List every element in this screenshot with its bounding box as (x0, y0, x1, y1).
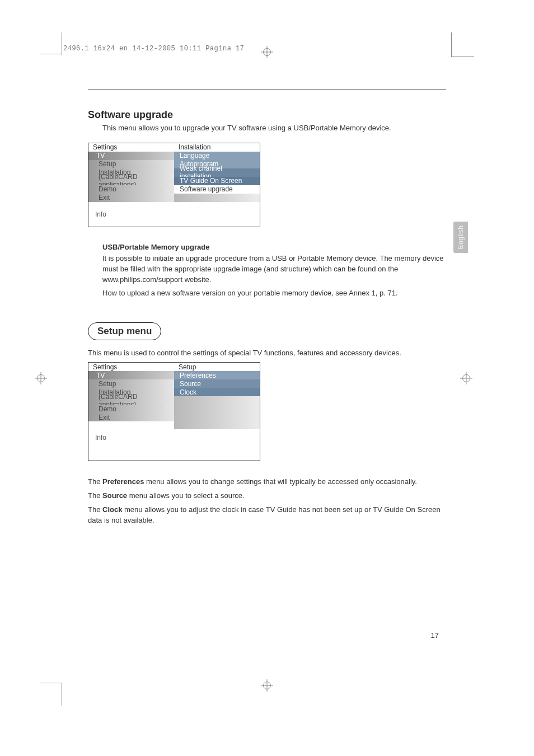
menu-spacer (88, 446, 174, 461)
settings-menu-setup: Settings Setup TVPreferences SetupSource… (88, 362, 260, 461)
menu-header-right: Setup (174, 363, 260, 371)
running-header: 2496.1 16x24 en 14-12-2005 10:11 Pagina … (63, 45, 244, 53)
menu-header-right: Installation (174, 143, 260, 152)
section-lead: This menu is used to control the setting… (88, 348, 446, 359)
menu-item-setup: Setup (88, 160, 174, 168)
menu-item-setup: Setup (88, 379, 174, 388)
menu-blank (174, 396, 260, 405)
menu-spacer (88, 421, 174, 429)
section-title-setup-menu: Setup menu (88, 322, 161, 340)
menu-blank (174, 413, 260, 421)
body-paragraph: It is possible to initiate an upgrade pr… (102, 253, 446, 285)
body-paragraph: The Preferences menu allows you to chang… (88, 477, 446, 487)
text-run: menu allows you to change settings that … (144, 477, 417, 486)
menu-blank (174, 194, 260, 202)
text-run: The (88, 491, 102, 500)
registration-mark-bottom (261, 679, 273, 692)
menu-item-tv: TV (88, 152, 174, 160)
menu-header-left: Settings (88, 363, 174, 371)
crop-mark (40, 54, 63, 54)
menu-item-weak-channel: Weak channel installation (174, 168, 260, 177)
text-run: The (88, 505, 102, 514)
term-clock: Clock (102, 505, 122, 514)
menu-info-blank (174, 202, 260, 227)
menu-item-clock: Clock (174, 388, 260, 396)
text-run: The (88, 477, 102, 486)
menu-item-demo: Demo (88, 405, 174, 413)
crop-mark (62, 32, 62, 55)
crop-mark (452, 57, 474, 57)
body-paragraph: How to upload a new software version on … (102, 288, 446, 299)
menu-info: Info (88, 202, 174, 227)
term-source: Source (102, 491, 127, 500)
menu-item-language: Language (174, 152, 260, 160)
subheading-usb-upgrade: USB/Portable Memory upgrade (102, 243, 446, 251)
text-run: menu allows you to select a source. (127, 491, 245, 500)
section-lead: This menu allows you to upgrade your TV … (102, 123, 446, 134)
crop-mark (451, 32, 452, 57)
text-run: menu allows you to adjust the clock in c… (88, 505, 441, 524)
language-tab-label: English (457, 226, 465, 250)
menu-info-blank (174, 429, 260, 446)
menu-item-cablecard: (CableCARD applications) (88, 396, 174, 405)
crop-mark (62, 683, 62, 706)
menu-item-tv-guide: TV Guide On Screen (174, 177, 260, 185)
section-title-software-upgrade: Software upgrade (88, 109, 446, 121)
term-preferences: Preferences (102, 477, 144, 486)
language-tab: English (453, 222, 468, 253)
settings-menu-installation: Settings Installation TVLanguage SetupAu… (88, 143, 260, 227)
menu-header-left: Settings (88, 143, 174, 152)
menu-item-preferences: Preferences (174, 371, 260, 379)
menu-item-software-upgrade: Software upgrade (174, 185, 260, 194)
menu-item-source: Source (174, 379, 260, 388)
menu-item-cablecard: (CableCARD applications) (88, 177, 174, 185)
registration-mark-top (261, 46, 273, 58)
menu-spacer (174, 446, 260, 461)
body-paragraph: The Clock menu allows you to adjust the … (88, 505, 446, 526)
menu-item-demo: Demo (88, 185, 174, 194)
menu-blank (174, 405, 260, 413)
menu-item-tv: TV (88, 371, 174, 379)
crop-mark (40, 683, 63, 683)
top-rule (88, 90, 446, 90)
registration-mark-right (460, 372, 472, 384)
registration-mark-left (35, 372, 47, 384)
menu-blank (174, 421, 260, 429)
body-paragraph: The Source menu allows you to select a s… (88, 491, 446, 501)
page-number: 17 (431, 631, 439, 640)
menu-item-exit: Exit (88, 194, 174, 202)
menu-item-exit: Exit (88, 413, 174, 421)
menu-info: Info (88, 429, 174, 446)
